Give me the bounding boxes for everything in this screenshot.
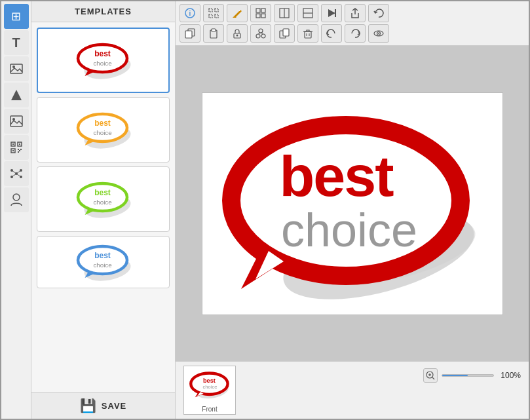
svg-line-74 xyxy=(258,33,261,34)
main-canvas-svg: best choice xyxy=(208,99,497,309)
toolbar: i xyxy=(176,1,529,46)
svg-line-20 xyxy=(12,170,16,174)
save-icon: 💾 xyxy=(80,398,96,413)
svg-point-84 xyxy=(378,33,379,34)
zoom-in-btn[interactable] xyxy=(423,368,438,383)
template-item-yellow[interactable]: best choice xyxy=(37,97,170,162)
duplicate-btn[interactable] xyxy=(274,24,295,43)
svg-rect-78 xyxy=(305,31,311,38)
svg-rect-47 xyxy=(209,9,212,12)
main-area: i xyxy=(176,1,529,419)
main-canvas[interactable]: best choice xyxy=(202,92,503,315)
app-container: ⊞ T TEMPLATES xyxy=(0,0,530,420)
bottom-bar: best choice Front 100% xyxy=(176,361,529,419)
svg-rect-49 xyxy=(209,14,212,18)
svg-line-101 xyxy=(432,377,434,379)
toolbar-row-1: i xyxy=(180,4,525,22)
export-btn[interactable] xyxy=(345,4,366,22)
svg-rect-66 xyxy=(185,31,192,38)
template-item-green[interactable]: best choice xyxy=(37,166,170,232)
qr-icon-btn[interactable] xyxy=(4,135,29,160)
grid-icon-btn[interactable]: ⊞ xyxy=(4,4,29,29)
svg-text:best: best xyxy=(94,188,111,197)
back-arrow-btn[interactable] xyxy=(321,24,342,43)
svg-rect-77 xyxy=(283,29,289,36)
image-icon-btn[interactable] xyxy=(4,56,29,81)
svg-marker-62 xyxy=(328,9,335,17)
svg-point-71 xyxy=(259,29,263,33)
lock-btn[interactable] xyxy=(227,24,248,43)
svg-rect-8 xyxy=(12,143,14,145)
cut-horizontal-btn[interactable] xyxy=(274,4,295,22)
svg-text:choice: choice xyxy=(202,384,217,390)
grid-view-btn[interactable] xyxy=(250,4,271,22)
text-icon-btn[interactable]: T xyxy=(4,30,29,55)
svg-line-21 xyxy=(16,170,21,174)
view-btn[interactable] xyxy=(368,24,389,43)
zoom-control: 100% xyxy=(423,368,521,383)
svg-line-23 xyxy=(16,174,21,177)
template-item-blue[interactable]: best choice xyxy=(37,236,170,288)
zoom-slider[interactable] xyxy=(442,374,494,377)
svg-marker-2 xyxy=(11,90,22,100)
svg-text:choice: choice xyxy=(93,261,111,269)
save-label: SAVE xyxy=(102,401,126,411)
svg-marker-51 xyxy=(234,10,242,18)
svg-rect-10 xyxy=(12,150,14,151)
svg-rect-14 xyxy=(19,150,20,151)
svg-text:choice: choice xyxy=(280,204,417,256)
shape-icon-btn[interactable] xyxy=(4,83,29,107)
svg-rect-50 xyxy=(215,14,218,18)
thumbnail-inner: best choice xyxy=(187,368,233,404)
photo-icon-btn[interactable] xyxy=(4,109,29,134)
user-icon-btn[interactable] xyxy=(4,187,29,212)
select-all-btn[interactable] xyxy=(203,4,224,22)
svg-rect-68 xyxy=(212,29,216,31)
svg-text:best: best xyxy=(279,143,394,208)
template-item-red[interactable]: best choice xyxy=(37,28,170,93)
svg-rect-12 xyxy=(20,149,22,150)
svg-rect-55 xyxy=(261,9,265,12)
svg-point-73 xyxy=(261,34,265,38)
thumbnail-box[interactable]: best choice Front xyxy=(183,366,236,415)
svg-text:best: best xyxy=(202,377,215,383)
info-btn[interactable]: i xyxy=(180,4,200,22)
copy-btn[interactable] xyxy=(180,24,200,43)
svg-rect-54 xyxy=(256,9,260,12)
templates-list: best choice best choice xyxy=(31,22,175,392)
svg-point-70 xyxy=(237,35,238,37)
paste-btn[interactable] xyxy=(203,24,224,43)
svg-rect-57 xyxy=(261,14,265,18)
svg-rect-11 xyxy=(18,149,19,150)
svg-text:best: best xyxy=(94,49,111,58)
svg-rect-0 xyxy=(10,64,22,73)
network-icon-btn[interactable] xyxy=(4,161,29,186)
svg-rect-48 xyxy=(215,9,218,12)
thumbnail-svg: best choice xyxy=(189,368,231,404)
svg-text:i: i xyxy=(189,10,191,17)
undo-btn[interactable] xyxy=(368,4,389,22)
group-btn[interactable] xyxy=(250,24,271,43)
svg-line-22 xyxy=(12,174,16,177)
toolbar-row-2 xyxy=(180,24,525,43)
save-button[interactable]: 💾 SAVE xyxy=(31,392,175,419)
erase-btn[interactable] xyxy=(227,4,248,22)
templates-panel: TEMPLATES best choice xyxy=(31,1,176,419)
svg-point-93 xyxy=(191,373,227,394)
play-btn[interactable] xyxy=(321,4,342,22)
svg-point-72 xyxy=(256,34,260,38)
delete-btn[interactable] xyxy=(297,24,318,43)
svg-text:best: best xyxy=(94,119,111,128)
left-icon-bar: ⊞ T xyxy=(1,1,31,419)
cut-vertical-btn[interactable] xyxy=(297,4,318,22)
svg-rect-13 xyxy=(18,151,19,153)
forward-arrow-btn[interactable] xyxy=(345,24,366,43)
zoom-value: 100% xyxy=(498,371,521,380)
svg-rect-3 xyxy=(10,116,22,126)
svg-text:choice: choice xyxy=(93,199,111,206)
templates-header: TEMPLATES xyxy=(31,1,175,22)
svg-rect-56 xyxy=(256,14,260,18)
svg-line-75 xyxy=(261,33,263,34)
thumbnail-label: Front xyxy=(202,406,217,413)
svg-text:choice: choice xyxy=(93,60,111,67)
